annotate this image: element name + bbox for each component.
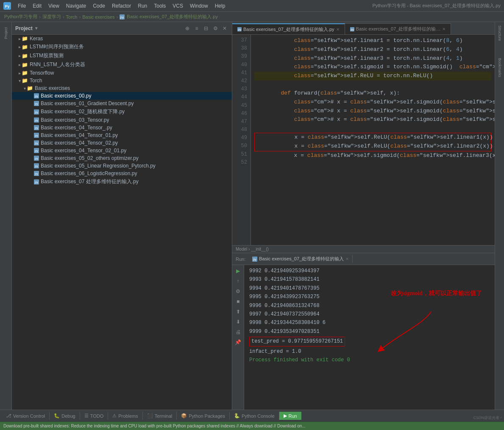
bookmarks-label[interactable]: Bookmarks <box>498 58 502 77</box>
svg-text:py: py <box>238 28 241 31</box>
svg-text:py: py <box>35 181 38 184</box>
bottom-tab-terminal[interactable]: ⬛Terminal <box>143 412 177 420</box>
bottom-tab-python-packages[interactable]: 📦Python Packages <box>177 412 230 420</box>
run-print-btn[interactable]: 🖨 <box>234 328 242 336</box>
line-numbers: 37383940414243444546474849505152 <box>232 35 251 245</box>
tree-item-label: Basic exercises_07 处理多维特征的输入.py <box>41 178 139 185</box>
menu-help[interactable]: Help <box>212 2 229 10</box>
run-tab-item[interactable]: py Basic exercises_07_处理多维特征的输入 ✕ <box>249 255 353 263</box>
run-pin-btn[interactable]: 📌 <box>234 338 242 346</box>
editor-tab-1[interactable]: py Basic exercises_07_处理多维特征的输… ✕ <box>345 23 451 34</box>
run-tab-close[interactable]: ✕ <box>345 257 349 261</box>
tab-close-0[interactable]: ✕ <box>336 27 340 32</box>
tree-item[interactable]: ▸📁Tensorflow <box>12 69 232 77</box>
code-line-38: class="selfkw">self.linear2 = torch.nn.L… <box>254 45 491 54</box>
bottom-tab-python-console[interactable]: 🐍Python Console <box>230 412 279 420</box>
run-sort-up-btn[interactable]: ⬆ <box>234 307 242 316</box>
app-icon: Py <box>3 2 11 10</box>
expand-icon[interactable]: ≡ <box>193 25 200 32</box>
code-line-37: class="selfkw">self.linear1 = torch.nn.L… <box>254 36 491 45</box>
left-strip: Project <box>0 22 12 410</box>
run-play-btn[interactable]: ▶ <box>234 267 242 275</box>
run-up-btn[interactable]: ↑ <box>234 277 242 285</box>
editor-area: py Basic exercises_07_处理多维特征的输入.py ✕ py … <box>232 22 495 410</box>
code-content[interactable]: class="selfkw">self.linear1 = torch.nn.L… <box>251 35 495 245</box>
project-header-icons: ⊕ ≡ ⊟ ⚙ ✕ <box>184 25 228 32</box>
right-strip: Structure Bookmarks <box>495 22 504 410</box>
svg-text:py: py <box>35 142 38 145</box>
tree-item[interactable]: pyBasic exercises_01_Gradient Descent.py <box>12 100 232 107</box>
code-editor[interactable]: 37383940414243444546474849505152 class="… <box>232 35 495 245</box>
tree-item-label: Basic exercises_01_Gradient Descent.py <box>41 101 134 106</box>
output-boxed-line: test_pred = 0.9771595597267151 <box>249 337 345 346</box>
menu-edit[interactable]: Edit <box>29 2 45 10</box>
editor-tab-0[interactable]: py Basic exercises_07_处理多维特征的输入.py ✕ <box>232 23 345 34</box>
run-sort-dn-btn[interactable]: ⬇ <box>234 318 242 326</box>
menu-refactor[interactable]: Refactor <box>109 2 134 10</box>
tree-item[interactable]: pyBasic exercises_03_Tensor.py <box>12 116 232 124</box>
run-content: ▶ ↑ ⚙ ■ ⬆ ⬇ 🖨 📌 9992 0.42194092539443979… <box>232 265 495 410</box>
tree-item[interactable]: pyBasic exercises_06_LogisticRegression.… <box>12 170 232 177</box>
structure-label[interactable]: Structure <box>498 25 502 41</box>
tree-item[interactable]: ▸📁RNN_LSTM_人名分类器 <box>12 60 232 69</box>
menu-code[interactable]: Code <box>89 2 109 10</box>
tree-item[interactable]: pyBasic exercises_04_Tensor_02.py <box>12 139 232 147</box>
tree-item[interactable]: ▸📁Keras <box>12 35 232 42</box>
breadcrumb-4[interactable]: py Basic exercises_07_处理多维特征的输入.py <box>120 14 218 20</box>
menu-vcs[interactable]: VCS <box>169 2 187 10</box>
locate-icon[interactable]: ⊕ <box>184 25 191 32</box>
output-extra-line: Process finished with exit code 0 <box>249 356 490 364</box>
bottom-tab-run[interactable]: ▶Run <box>279 412 301 420</box>
tree-item[interactable]: ▸📁LSTM时间序列预测任务 <box>12 42 232 51</box>
bottom-tab-label: Version Control <box>13 413 45 419</box>
annotation-text: 改为sigmoid，就可以正常输出值了 <box>391 288 482 299</box>
code-line-43: def forward(class="selfkw">self, x): <box>254 89 491 98</box>
project-strip-label[interactable]: Project <box>4 27 8 39</box>
run-sidebar: ▶ ↑ ⚙ ■ ⬆ ⬇ 🖨 📌 <box>232 265 244 410</box>
breadcrumb-1[interactable]: 深度学习 <box>42 14 61 20</box>
menu-run[interactable]: Run <box>134 2 150 10</box>
bottom-tab-version-control[interactable]: ⎇Version Control <box>2 412 50 420</box>
svg-text:py: py <box>35 149 38 153</box>
tree-item[interactable]: pyBasic exercises_05_02_others optimizer… <box>12 154 232 162</box>
run-stop-btn[interactable]: ■ <box>234 297 242 306</box>
bottom-tab-icon: 📦 <box>181 413 187 419</box>
bottom-tab-problems[interactable]: ⚠Problems <box>108 412 142 420</box>
tab-close-1[interactable]: ✕ <box>442 27 446 31</box>
tree-item[interactable]: pyBasic exercises_07 处理多维特征的输入.py <box>12 177 232 186</box>
window-title: Python学习专用 - Basic exercises_07_处理多维特征的输… <box>372 3 501 9</box>
tree-item[interactable]: pyBasic exercises_04_Tensor_01.py <box>12 131 232 139</box>
svg-text:py: py <box>253 258 257 261</box>
project-header: Project ▼ ⊕ ≡ ⊟ ⚙ ✕ <box>12 22 232 35</box>
close-icon[interactable]: ✕ <box>221 25 228 32</box>
tree-item-label: Basic exercises <box>35 85 70 91</box>
tree-item[interactable]: pyBasic exercises_05_Linear Regression_P… <box>12 162 232 170</box>
code-line-51 <box>254 160 491 169</box>
bottom-tab-todo[interactable]: ☰TODO <box>80 412 109 420</box>
breadcrumb-0[interactable]: Python学习专用 <box>4 14 37 20</box>
svg-text:py: py <box>35 165 38 168</box>
menu-tools[interactable]: Tools <box>150 2 169 10</box>
run-settings-btn[interactable]: ⚙ <box>234 287 242 296</box>
tree-item-label: Tensorflow <box>30 70 54 76</box>
breadcrumb-2[interactable]: Torch <box>66 14 78 20</box>
tree-item[interactable]: ▾📁Basic exercises <box>12 84 232 92</box>
tree-item[interactable]: pyBasic exercises_04_Tensor_02_01.py <box>12 147 232 154</box>
tree-item-label: Basic exercises_03_Tensor.py <box>41 117 109 123</box>
code-line-46: class="cm"># x = class="selfkw">self.sig… <box>254 115 491 124</box>
status-text: Download pre-built shared indexes: Reduc… <box>3 424 306 428</box>
svg-text:py: py <box>35 172 38 176</box>
bottom-tab-debug[interactable]: 🐛Debug <box>50 412 80 420</box>
tree-item[interactable]: ▾📁Torch <box>12 77 232 84</box>
collapse-icon[interactable]: ⊟ <box>202 25 210 32</box>
menu-window[interactable]: Window <box>187 2 212 10</box>
menu-view[interactable]: View <box>45 2 63 10</box>
tree-item[interactable]: ▸📁LSTM股票预测 <box>12 51 232 60</box>
breadcrumb-3[interactable]: Basic exercises <box>82 14 114 20</box>
tree-item[interactable]: pyBasic exercises_00.py <box>12 92 232 100</box>
settings-icon[interactable]: ⚙ <box>212 25 219 32</box>
menu-file[interactable]: File <box>14 2 29 10</box>
tree-item[interactable]: pyBasic exercises_04_Tensor_.py <box>12 124 232 131</box>
tree-item[interactable]: pyBasic exercises_02_随机梯度下降.py <box>12 107 232 116</box>
menu-navigate[interactable]: Navigate <box>63 2 89 10</box>
